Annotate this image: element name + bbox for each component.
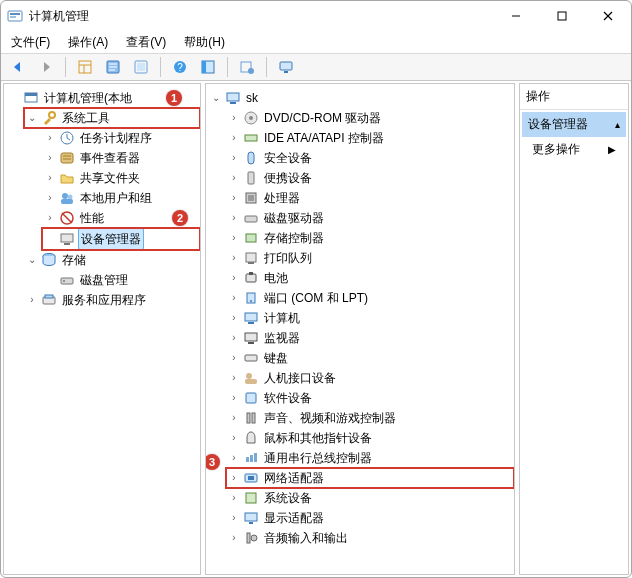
chevron-right-icon[interactable]: ›	[228, 148, 240, 168]
chevron-right-icon[interactable]: ›	[228, 528, 240, 548]
device-category[interactable]: ›端口 (COM 和 LPT)	[226, 288, 514, 308]
device-category[interactable]: ›网络适配器	[226, 468, 514, 488]
svg-point-33	[62, 193, 68, 199]
device-category[interactable]: ›系统设备	[226, 488, 514, 508]
device-category[interactable]: ›键盘	[226, 348, 514, 368]
device-category[interactable]: ›计算机	[226, 308, 514, 328]
toolbar-icon-a[interactable]	[195, 56, 221, 78]
device-category-icon	[243, 350, 259, 366]
left-shared-folders[interactable]: › 共享文件夹	[42, 168, 200, 188]
back-button[interactable]	[5, 56, 31, 78]
device-category[interactable]: ›通用串行总线控制器	[226, 448, 514, 468]
device-category[interactable]: ›DVD/CD-ROM 驱动器	[226, 108, 514, 128]
more-actions-item[interactable]: 更多操作 ▶	[522, 137, 626, 162]
chevron-right-icon[interactable]: ›	[228, 168, 240, 188]
chevron-right-icon[interactable]: ›	[44, 148, 56, 168]
toolbar-icon-monitor[interactable]	[273, 56, 299, 78]
device-category-icon	[243, 510, 259, 526]
chevron-right-icon[interactable]: ›	[228, 368, 240, 388]
left-root[interactable]: ▸ 计算机管理(本地 1	[6, 88, 200, 108]
actions-section-header[interactable]: 设备管理器 ▴	[522, 112, 626, 137]
chevron-right-icon[interactable]: ›	[228, 128, 240, 148]
performance-icon	[59, 210, 75, 226]
device-category[interactable]: ›打印队列	[226, 248, 514, 268]
collapse-triangle-icon: ▴	[615, 119, 620, 130]
chevron-right-icon[interactable]: ›	[44, 168, 56, 188]
device-category[interactable]: ›鼠标和其他指针设备	[226, 428, 514, 448]
refresh-button[interactable]	[128, 56, 154, 78]
chevron-down-icon[interactable]: ⌄	[26, 108, 38, 128]
chevron-down-icon[interactable]: ⌄	[210, 88, 222, 108]
close-button[interactable]	[585, 1, 631, 31]
device-category[interactable]: ›监视器	[226, 328, 514, 348]
left-device-manager[interactable]: › 设备管理器	[42, 228, 200, 250]
menu-file[interactable]: 文件(F)	[3, 32, 58, 53]
chevron-right-icon[interactable]: ›	[228, 108, 240, 128]
local-users-label: 本地用户和组	[78, 188, 154, 208]
help-button[interactable]: ?	[167, 56, 193, 78]
device-category[interactable]: ›电池	[226, 268, 514, 288]
device-category[interactable]: ›便携设备	[226, 168, 514, 188]
left-performance[interactable]: › 性能 2	[42, 208, 200, 228]
device-category[interactable]: ›存储控制器	[226, 228, 514, 248]
svg-rect-69	[246, 393, 256, 403]
chevron-right-icon[interactable]: ›	[228, 448, 240, 468]
chevron-right-icon[interactable]: ›	[228, 428, 240, 448]
svg-rect-62	[245, 313, 257, 321]
device-category[interactable]: ›安全设备	[226, 148, 514, 168]
device-category[interactable]: ›声音、视频和游戏控制器	[226, 408, 514, 428]
left-services-apps[interactable]: › 服务和应用程序	[24, 290, 200, 310]
maximize-button[interactable]	[539, 1, 585, 31]
svg-point-81	[251, 535, 257, 541]
device-category[interactable]: ›软件设备	[226, 388, 514, 408]
device-category-label: 系统设备	[262, 488, 314, 508]
device-category[interactable]: ›磁盘驱动器	[226, 208, 514, 228]
menu-help[interactable]: 帮助(H)	[176, 32, 233, 53]
chevron-right-icon[interactable]: ›	[228, 268, 240, 288]
device-category-label: 磁盘驱动器	[262, 208, 326, 228]
left-storage[interactable]: ⌄ 存储	[24, 250, 200, 270]
chevron-right-icon[interactable]: ›	[228, 328, 240, 348]
chevron-right-icon[interactable]: ›	[228, 348, 240, 368]
device-category[interactable]: ›IDE ATA/ATAPI 控制器	[226, 128, 514, 148]
chevron-right-icon[interactable]: ›	[26, 290, 38, 310]
chevron-down-icon[interactable]: ⌄	[26, 250, 38, 270]
chevron-right-icon[interactable]: ›	[228, 468, 240, 488]
device-category[interactable]: ›处理器	[226, 188, 514, 208]
chevron-right-icon[interactable]: ›	[228, 228, 240, 248]
left-system-tools[interactable]: ⌄ 系统工具	[24, 108, 200, 128]
chevron-right-icon[interactable]: ›	[228, 188, 240, 208]
device-category[interactable]: ›音频输入和输出	[226, 528, 514, 548]
left-local-users[interactable]: › 本地用户和组	[42, 188, 200, 208]
properties-button[interactable]	[100, 56, 126, 78]
chevron-right-icon[interactable]: ›	[228, 488, 240, 508]
show-hide-console-tree-button[interactable]	[72, 56, 98, 78]
left-task-scheduler[interactable]: › 任务计划程序	[42, 128, 200, 148]
svg-rect-41	[61, 278, 73, 284]
chevron-right-icon[interactable]: ›	[228, 208, 240, 228]
device-category-icon	[243, 110, 259, 126]
chevron-right-icon[interactable]: ›	[228, 288, 240, 308]
chevron-right-icon[interactable]: ›	[228, 388, 240, 408]
center-root[interactable]: ⌄ sk	[208, 88, 514, 108]
device-category-label: 打印队列	[262, 248, 314, 268]
chevron-right-icon[interactable]: ›	[44, 208, 56, 228]
toolbar-icon-b[interactable]	[234, 56, 260, 78]
device-category[interactable]: ›人机接口设备	[226, 368, 514, 388]
svg-rect-30	[61, 153, 73, 163]
device-category[interactable]: ›显示适配器	[226, 508, 514, 528]
left-event-viewer[interactable]: › 事件查看器	[42, 148, 200, 168]
chevron-right-icon[interactable]: ›	[44, 188, 56, 208]
menubar: 文件(F) 操作(A) 查看(V) 帮助(H)	[1, 31, 631, 53]
menu-action[interactable]: 操作(A)	[60, 32, 116, 53]
chevron-right-icon[interactable]: ›	[228, 308, 240, 328]
chevron-right-icon[interactable]: ›	[228, 508, 240, 528]
minimize-button[interactable]	[493, 1, 539, 31]
left-disk-management[interactable]: › 磁盘管理	[42, 270, 200, 290]
forward-button[interactable]	[33, 56, 59, 78]
svg-rect-58	[246, 274, 256, 282]
chevron-right-icon[interactable]: ›	[228, 408, 240, 428]
chevron-right-icon[interactable]: ›	[44, 128, 56, 148]
chevron-right-icon[interactable]: ›	[228, 248, 240, 268]
menu-view[interactable]: 查看(V)	[118, 32, 174, 53]
